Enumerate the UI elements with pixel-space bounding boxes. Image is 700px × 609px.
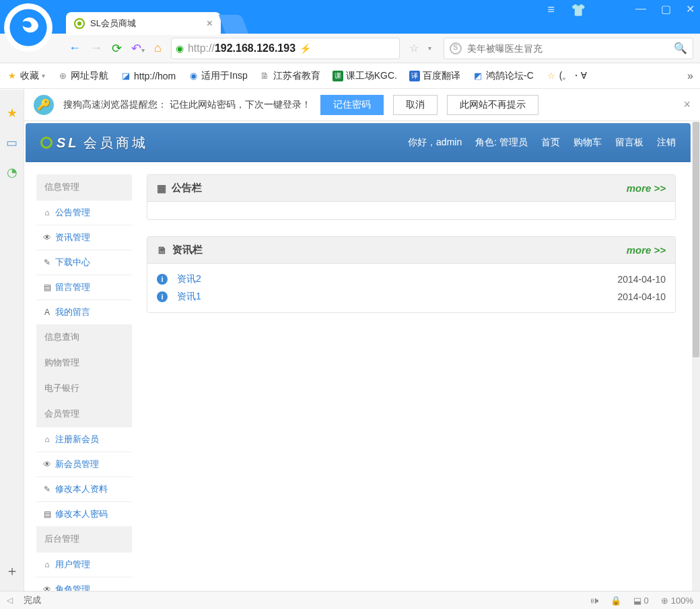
sidebar-item[interactable]: ⌂公告管理	[36, 200, 132, 225]
more-link[interactable]: more >>	[627, 182, 666, 194]
download-indicator[interactable]: ⬓ 0	[633, 596, 649, 606]
news-date: 2014-04-10	[617, 274, 666, 285]
home-icon[interactable]: ⌂	[154, 41, 162, 55]
item-icon: 👁	[43, 585, 51, 591]
reload-icon[interactable]: ⟳	[112, 41, 122, 56]
forward-icon: →	[90, 41, 102, 55]
menu-icon[interactable]: ≡	[547, 3, 555, 17]
item-label: 资讯管理	[55, 231, 90, 244]
bookmark-item[interactable]: ◉适用于Insp	[188, 70, 247, 82]
search-engine-icon	[450, 42, 462, 55]
item-icon: 👁	[43, 233, 51, 242]
bookmark-overflow-icon[interactable]: »	[687, 70, 693, 82]
nav-logout[interactable]: 注销	[657, 137, 676, 149]
nav-board[interactable]: 留言板	[615, 137, 643, 149]
maximize-icon[interactable]: ▢	[661, 3, 671, 15]
item-icon: ✎	[43, 258, 51, 267]
sidebar-item[interactable]: A我的留言	[36, 299, 132, 324]
logo-icon	[40, 137, 53, 149]
lock-icon[interactable]: 🔒	[610, 596, 621, 606]
site-icon: ◉	[188, 71, 199, 81]
item-label: 用户管理	[55, 559, 90, 571]
news-row[interactable]: i资讯22014-04-10	[157, 271, 666, 288]
sidebar-group[interactable]: 购物管理	[36, 350, 132, 375]
info-icon: i	[157, 291, 168, 302]
new-tab-button[interactable]	[219, 15, 248, 34]
browser-tab[interactable]: SL会员商城 ×	[66, 12, 221, 35]
nav-cart[interactable]: 购物车	[573, 137, 602, 149]
bookmark-item[interactable]: ◪http://hom	[120, 71, 176, 81]
bookmark-item[interactable]: ◩鸿鹄论坛-C	[473, 70, 534, 82]
sidebar-group[interactable]: 会员管理	[36, 401, 132, 427]
main-content: ▦ 公告栏 more >> 🗎 资讯栏 more >> i资讯22014-04-…	[147, 174, 691, 591]
favorite-icon[interactable]: ☆	[409, 42, 419, 55]
status-toggle-icon[interactable]: ◁	[7, 596, 13, 605]
back-icon[interactable]: ←	[69, 41, 81, 55]
bookmark-bar: ★收藏 ▾ ⊕网址导航 ◪http://hom ◉适用于Insp 🗎江苏省教育 …	[0, 63, 700, 89]
bookmark-item[interactable]: 🗎江苏省教育	[260, 70, 320, 82]
scroll-thumb[interactable]	[693, 122, 699, 357]
sound-icon[interactable]: 🕪	[590, 596, 598, 606]
item-icon: ✎	[43, 485, 51, 494]
sidebar-item[interactable]: ✎下载中心	[36, 250, 132, 275]
item-label: 新会员管理	[55, 458, 99, 470]
search-input[interactable]	[467, 43, 674, 54]
skin-icon[interactable]: 👕	[571, 3, 586, 17]
tab-favicon	[74, 18, 85, 29]
news-row[interactable]: i资讯12014-04-10	[157, 288, 666, 306]
sidebar-group[interactable]: 信息管理	[36, 174, 132, 200]
zoom-indicator[interactable]: ⊕ 100%	[661, 596, 693, 606]
status-text: 完成	[24, 594, 41, 606]
bookmark-item[interactable]: 课课工场KGC.	[332, 70, 397, 82]
search-box[interactable]: 🔍	[444, 38, 693, 59]
item-label: 下载中心	[55, 256, 90, 268]
nav-greeting: 你好，admin	[408, 137, 462, 149]
item-icon: 👁	[43, 460, 51, 469]
rail-history-icon[interactable]: ◔	[7, 165, 18, 180]
more-link[interactable]: more >>	[627, 244, 666, 256]
cancel-button[interactable]: 取消	[393, 95, 438, 115]
sidebar-item[interactable]: ▤修改本人密码	[36, 501, 132, 526]
sidebar-item[interactable]: 👁角色管理	[36, 577, 132, 591]
sidebar-item[interactable]: 👁新会员管理	[36, 452, 132, 476]
sidebar-item[interactable]: ✎修改本人资料	[36, 476, 132, 501]
grid-icon: ▦	[157, 182, 166, 194]
rail-add-icon[interactable]: ＋	[5, 562, 19, 580]
site-icon: 课	[332, 71, 343, 81]
sidebar-item[interactable]: 👁资讯管理	[36, 225, 132, 250]
tab-close-icon[interactable]: ×	[207, 18, 213, 29]
sidebar-item[interactable]: ⌂用户管理	[36, 552, 132, 577]
close-bar-icon[interactable]: ×	[683, 98, 691, 112]
url-text: http://192.168.126.193	[188, 42, 295, 55]
rail-favorites-icon[interactable]: ★	[7, 106, 18, 120]
sidebar-item[interactable]: ⌂注册新会员	[36, 427, 132, 452]
file-icon: 🗎	[260, 71, 271, 81]
item-icon: A	[43, 308, 51, 317]
save-password-button[interactable]: 记住密码	[320, 95, 384, 115]
undo-icon[interactable]: ↶▾	[131, 41, 145, 56]
bookmark-item[interactable]: 译百度翻译	[409, 70, 460, 82]
item-icon: ▤	[43, 283, 51, 292]
bookmark-item[interactable]: ⊕网址导航	[57, 70, 108, 82]
vertical-scrollbar[interactable]	[692, 122, 700, 591]
bookmark-item[interactable]: ☆(。・∀	[546, 70, 588, 82]
panel-title: 资讯栏	[172, 244, 203, 256]
nav-home[interactable]: 首页	[541, 137, 560, 149]
star-icon: ☆	[546, 71, 557, 81]
file-icon: 🗎	[157, 244, 167, 256]
minimize-icon[interactable]: ―	[635, 3, 646, 15]
close-window-icon[interactable]: ✕	[686, 3, 695, 15]
dropdown-icon[interactable]: ▾	[428, 44, 431, 52]
search-icon[interactable]: 🔍	[674, 42, 687, 55]
sidebar-item[interactable]: ▤留言管理	[36, 275, 132, 299]
sidebar-group[interactable]: 电子银行	[36, 375, 132, 401]
rail-read-icon[interactable]: ▭	[6, 135, 18, 150]
sidebar-group[interactable]: 信息查询	[36, 324, 132, 350]
news-title: 资讯2	[177, 273, 201, 285]
never-button[interactable]: 此网站不再提示	[447, 95, 538, 115]
panel-news: 🗎 资讯栏 more >> i资讯22014-04-10i资讯12014-04-…	[147, 236, 676, 313]
address-bar[interactable]: ◉ http://192.168.126.193 ⚡	[171, 38, 400, 59]
item-label: 修改本人密码	[55, 508, 108, 520]
favorites-button[interactable]: ★收藏 ▾	[7, 70, 45, 82]
sidebar-group[interactable]: 后台管理	[36, 526, 132, 552]
